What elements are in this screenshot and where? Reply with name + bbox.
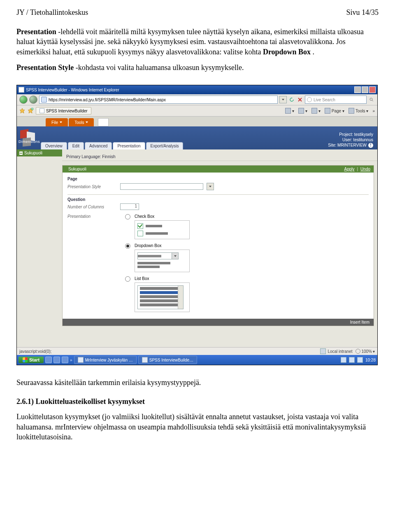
taskbar-item[interactable]: SPSS InterviewBuilde… <box>138 356 197 364</box>
tray-icon[interactable] <box>357 357 363 363</box>
page-menu[interactable]: Page ▾ <box>325 108 344 114</box>
label-presentation-style: Presentation Style <box>67 184 117 189</box>
system-tray: 10:28 <box>341 357 376 363</box>
apply-button[interactable]: Apply <box>344 167 354 171</box>
ie-status-bar: javascript:void(0); Local intranet 100% … <box>17 347 377 355</box>
search-input[interactable]: Live Search <box>305 96 367 104</box>
app-tabs: Overview Edit Advanced Presentation Expo… <box>41 142 183 149</box>
zoom-control[interactable]: 100% ▾ <box>356 349 375 354</box>
question-title: Sukupuoli <box>68 167 342 171</box>
tools-menu-app[interactable]: Tools <box>69 118 94 126</box>
gear-icon <box>349 108 354 114</box>
project-label: Project: testikysely <box>328 132 373 137</box>
address-bar[interactable]: https://mrinterview.ad.jyu.fi/SPSSMR/Int… <box>39 96 278 104</box>
chevron-button[interactable]: » <box>372 108 375 114</box>
radio-checkbox[interactable] <box>125 214 130 219</box>
file-menu[interactable]: File <box>46 118 68 126</box>
app-header: Dimensions Overview Edit Advanced Presen… <box>17 126 377 149</box>
taskbar: Start » MrInterview Jyväskylän … SPSS In… <box>17 355 377 365</box>
back-button[interactable] <box>19 96 28 104</box>
intranet-icon <box>320 348 326 354</box>
start-button[interactable]: Start <box>19 357 44 363</box>
task-item-label: SPSS InterviewBuilde… <box>149 358 193 362</box>
feeds-button[interactable]: ▾ <box>298 108 307 114</box>
tab-advanced[interactable]: Advanced <box>85 142 112 149</box>
home-icon <box>285 108 291 114</box>
site-label: Site: MRINTERVIEW <box>328 143 367 147</box>
tray-icon[interactable] <box>349 357 355 363</box>
sidebar-item-sukupuoli[interactable]: Sukupuoli <box>17 149 62 156</box>
checkbox-icon <box>137 231 143 236</box>
quicklaunch-item[interactable] <box>53 357 60 363</box>
radio-listbox[interactable] <box>125 276 130 282</box>
ie-command-bar: ▾ ▾ ▾ Page ▾ Tools ▾ » <box>285 108 375 114</box>
label-num-columns: Number of Columns <box>67 205 117 209</box>
windows-icon <box>23 357 28 362</box>
refresh-button[interactable] <box>288 96 295 103</box>
header-right: Sivu 14/35 <box>346 8 379 17</box>
label-presentation: Presentation <box>67 214 117 219</box>
option-label-dropdown: Dropdown Box <box>135 243 190 248</box>
print-button[interactable]: ▾ <box>311 108 321 114</box>
forward-button[interactable] <box>29 96 37 104</box>
thumb-dropdown <box>135 250 190 272</box>
zoom-value: 100% <box>361 349 372 354</box>
browser-tab[interactable]: SPSS InterviewBuilder <box>36 107 91 114</box>
search-placeholder: Live Search <box>314 98 335 102</box>
quicklaunch-chevron[interactable]: » <box>70 358 72 362</box>
header-left: JY / Tietohallintokeskus <box>16 8 88 17</box>
quicklaunch-item[interactable] <box>62 357 68 363</box>
paragraph-1: Presentation -lehdellä voit määritellä m… <box>16 27 379 57</box>
tab-edit[interactable]: Edit <box>68 142 84 149</box>
tab-presentation[interactable]: Presentation <box>113 142 145 149</box>
app-icon <box>78 357 84 363</box>
tab-title: SPSS InterviewBuilder <box>46 109 88 113</box>
favicon-icon <box>19 87 24 93</box>
thumb-listbox <box>135 282 190 312</box>
chevron-down-icon <box>86 121 88 123</box>
paragraph-2: Presentation Style -kohdasta voi valita … <box>16 63 379 72</box>
favorites-star-icon[interactable] <box>19 108 25 114</box>
tab-overview[interactable]: Overview <box>41 142 67 149</box>
dimensions-logo-icon: Dimensions <box>19 129 37 147</box>
svg-line-3 <box>372 100 373 101</box>
maximize-button[interactable] <box>362 86 368 93</box>
collapse-icon <box>19 152 23 155</box>
stop-button[interactable] <box>297 96 303 103</box>
home-button[interactable]: ▾ <box>285 108 294 114</box>
chevron-down-icon <box>60 121 62 123</box>
option-label-checkbox: Check Box <box>135 214 190 219</box>
minimize-button[interactable] <box>354 86 361 93</box>
app-menubar: File Tools <box>17 117 377 126</box>
radio-dropdown[interactable] <box>125 243 130 249</box>
undo-button[interactable]: Undo <box>360 167 370 171</box>
section-question: Question <box>67 197 369 202</box>
rss-icon <box>298 108 304 114</box>
tray-icon[interactable] <box>341 357 346 363</box>
chevron-down-icon <box>209 186 211 187</box>
info-icon[interactable]: ! <box>368 143 373 148</box>
presentation-style-input[interactable] <box>120 183 203 190</box>
presentation-style-dropdown[interactable] <box>207 183 214 190</box>
add-favorites-icon[interactable] <box>28 108 33 114</box>
print-icon <box>311 108 317 114</box>
primary-language: Primary Language: Finnish <box>62 153 377 161</box>
svg-marker-4 <box>20 108 25 113</box>
tools-menu[interactable]: Tools ▾ <box>349 108 368 114</box>
quicklaunch-item[interactable] <box>45 357 52 363</box>
paragraph-3: Seuraavassa käsitellään tarkemmin erilai… <box>16 378 379 387</box>
close-button[interactable] <box>369 86 376 93</box>
sidebar: Sukupuoli <box>17 149 62 347</box>
user-label: User: testitunnus <box>328 137 373 142</box>
tab-export-analysis[interactable]: Export/Analysis <box>146 142 184 149</box>
section-page: Page <box>67 177 369 181</box>
blank-button[interactable] <box>98 118 109 126</box>
search-go-button[interactable] <box>368 96 375 103</box>
security-zone: Local intranet <box>320 348 352 354</box>
taskbar-item[interactable]: MrInterview Jyväskylän … <box>74 356 137 364</box>
url-dropdown-button[interactable] <box>279 96 287 103</box>
task-item-label: MrInterview Jyväskylän … <box>85 358 133 362</box>
insert-item-button[interactable]: Insert Item <box>63 319 374 326</box>
num-columns-input[interactable]: 1 <box>120 203 139 210</box>
sidebar-item-label: Sukupuoli <box>24 151 42 155</box>
